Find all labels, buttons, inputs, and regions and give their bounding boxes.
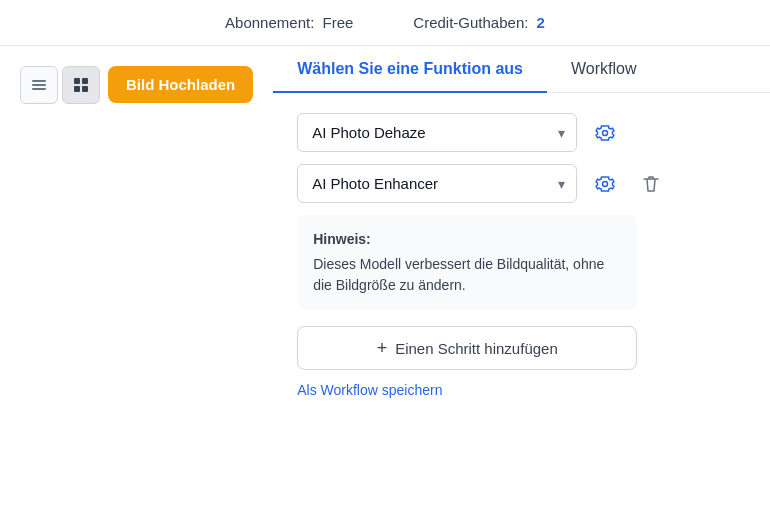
credit-value: 2 <box>537 14 545 31</box>
workflow-panel: AI Photo Dehaze AI Photo Enhancer AI Pho… <box>273 93 770 418</box>
plus-icon: + <box>377 339 388 357</box>
tab-function[interactable]: Wählen Sie eine Funktion aus <box>273 46 547 92</box>
tabs-bar: Wählen Sie eine Funktion aus Workflow <box>273 46 770 93</box>
view-toggle <box>20 66 100 104</box>
grid-view-button[interactable] <box>62 66 100 104</box>
step-1-settings-button[interactable] <box>587 115 623 151</box>
subscription-info: Abonnement: Free <box>225 14 353 31</box>
hint-text: Dieses Modell verbessert die Bildqualitä… <box>313 256 604 293</box>
credit-info: Credit-Guthaben: 2 <box>413 14 545 31</box>
upload-button[interactable]: Bild Hochladen <box>108 66 253 103</box>
step-2-delete-button[interactable] <box>633 166 669 202</box>
subscription-value: Free <box>322 14 353 31</box>
step-2-settings-button[interactable] <box>587 166 623 202</box>
svg-rect-1 <box>32 84 46 86</box>
svg-rect-3 <box>74 78 80 84</box>
main-area: Bild Hochladen Wählen Sie eine Funktion … <box>0 46 770 516</box>
top-bar: Abonnement: Free Credit-Guthaben: 2 <box>0 0 770 46</box>
step-1-select-wrapper: AI Photo Dehaze AI Photo Enhancer AI Pho… <box>297 113 577 152</box>
add-step-button[interactable]: + Einen Schritt hinzufügen <box>297 326 637 370</box>
hint-box: Hinweis: Dieses Modell verbessert die Bi… <box>297 215 637 310</box>
step-2-row: AI Photo Dehaze AI Photo Enhancer AI Pho… <box>297 164 746 203</box>
list-view-button[interactable] <box>20 66 58 104</box>
add-step-label: Einen Schritt hinzufügen <box>395 340 558 357</box>
step-1-row: AI Photo Dehaze AI Photo Enhancer AI Pho… <box>297 113 746 152</box>
settings-icon <box>595 123 615 143</box>
list-icon <box>30 76 48 94</box>
step-1-select[interactable]: AI Photo Dehaze AI Photo Enhancer AI Pho… <box>297 113 577 152</box>
settings-icon-2 <box>595 174 615 194</box>
step-2-select[interactable]: AI Photo Dehaze AI Photo Enhancer AI Pho… <box>297 164 577 203</box>
tab-workflow[interactable]: Workflow <box>547 46 661 92</box>
svg-rect-5 <box>74 86 80 92</box>
step-2-select-wrapper: AI Photo Dehaze AI Photo Enhancer AI Pho… <box>297 164 577 203</box>
hint-title: Hinweis: <box>313 229 621 250</box>
save-workflow-link[interactable]: Als Workflow speichern <box>297 382 746 398</box>
credit-label: Credit-Guthaben: <box>413 14 528 31</box>
trash-icon <box>641 174 661 194</box>
svg-rect-6 <box>82 86 88 92</box>
svg-rect-0 <box>32 80 46 82</box>
left-section: Bild Hochladen <box>0 46 273 516</box>
grid-icon <box>72 76 90 94</box>
subscription-label: Abonnement: <box>225 14 314 31</box>
right-content: Wählen Sie eine Funktion aus Workflow AI… <box>273 46 770 516</box>
svg-rect-2 <box>32 88 46 90</box>
svg-rect-4 <box>82 78 88 84</box>
